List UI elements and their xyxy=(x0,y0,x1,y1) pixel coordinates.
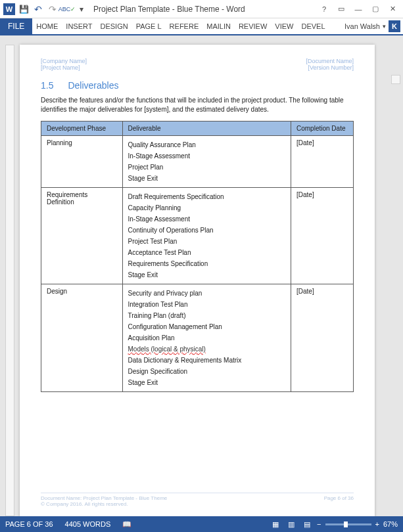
list-item: In-Stage Assessment xyxy=(128,150,286,162)
col-phase: Development Phase xyxy=(41,122,123,136)
zoom-level[interactable]: 67% xyxy=(383,520,398,528)
list-item: Design Specification xyxy=(128,366,286,377)
cell-phase: Planning xyxy=(41,136,123,188)
list-item: Project Plan xyxy=(128,162,286,173)
list-item: Project Test Plan xyxy=(128,236,286,247)
document-area: [Company Name] [Project Name] [Document … xyxy=(0,35,403,516)
list-item: Security and Privacy plan xyxy=(128,288,286,299)
header-project: [Project Name] xyxy=(41,64,87,71)
user-name: Ivan Walsh xyxy=(344,22,380,30)
cell-deliverables: Draft Requirements SpecificationCapacity… xyxy=(122,188,291,284)
list-item: Continuity of Operations Plan xyxy=(128,225,286,236)
ribbon-tabs: FILE HOME INSERT DESIGN PAGE L REFERE MA… xyxy=(0,18,403,35)
ribbon-display-icon[interactable]: ▭ xyxy=(333,3,349,16)
read-mode-icon[interactable]: ▦ xyxy=(270,520,281,529)
col-deliverable: Deliverable xyxy=(122,122,291,136)
section-heading: 1.5Deliverables xyxy=(41,80,354,91)
cell-date: [Date] xyxy=(291,188,354,284)
status-bar: PAGE 6 OF 36 4405 WORDS 📖 ▦ ▥ ▤ − + 67% xyxy=(0,516,403,532)
page-footer: Document Name: Project Plan Template - B… xyxy=(41,493,354,507)
list-item: Stage Exit xyxy=(128,269,286,280)
list-item: Models (logical & physical) xyxy=(128,344,286,355)
cell-phase: Design xyxy=(41,284,123,392)
list-item: Quality Assurance Plan xyxy=(128,139,286,150)
table-row: PlanningQuality Assurance PlanIn-Stage A… xyxy=(41,136,354,188)
footer-page-number: Page 6 of 36 xyxy=(324,495,354,507)
tab-developer[interactable]: DEVEL xyxy=(297,18,329,34)
list-item: Stage Exit xyxy=(128,377,286,388)
list-item: Draft Requirements Specification xyxy=(128,191,286,202)
list-item: Integration Test Plan xyxy=(128,299,286,310)
table-row: Requirements DefinitionDraft Requirement… xyxy=(41,188,354,284)
quick-access-toolbar: W 💾 ↶ ↷ ABC✓ ▾ xyxy=(3,3,88,16)
file-tab[interactable]: FILE xyxy=(0,18,32,34)
document-page[interactable]: [Company Name] [Project Name] [Document … xyxy=(20,45,375,516)
cell-deliverables: Quality Assurance PlanIn-Stage Assessmen… xyxy=(122,136,291,188)
footer-copyright: © Company 2016. All rights reserved. xyxy=(41,501,167,507)
cell-phase: Requirements Definition xyxy=(41,188,123,284)
list-item: Requirements Specification xyxy=(128,258,286,269)
header-version: [Version Number] xyxy=(306,64,354,71)
page-header: [Company Name] [Project Name] [Document … xyxy=(41,58,354,71)
web-layout-icon[interactable]: ▤ xyxy=(301,520,313,529)
spellcheck-icon[interactable]: ABC✓ xyxy=(60,3,74,16)
zoom-slider[interactable] xyxy=(325,523,371,525)
vertical-ruler[interactable] xyxy=(5,45,14,516)
save-icon[interactable]: 💾 xyxy=(17,3,30,16)
section-body: Describe the features and/or the functio… xyxy=(41,96,354,114)
redo-icon[interactable]: ↷ xyxy=(46,3,59,16)
tab-mailings[interactable]: MAILIN xyxy=(202,18,235,34)
user-badge: K xyxy=(389,20,400,32)
maximize-icon[interactable]: ▢ xyxy=(367,3,383,16)
tab-insert[interactable]: INSERT xyxy=(62,18,96,34)
status-word-count[interactable]: 4405 WORDS xyxy=(65,520,111,528)
tab-review[interactable]: REVIEW xyxy=(235,18,271,34)
cell-date: [Date] xyxy=(291,284,354,392)
ruler-corner xyxy=(391,75,400,84)
document-title: Project Plan Template - Blue Theme - Wor… xyxy=(88,5,316,14)
word-app-icon[interactable]: W xyxy=(3,3,16,16)
title-bar: W 💾 ↶ ↷ ABC✓ ▾ Project Plan Template - B… xyxy=(0,0,403,18)
status-page[interactable]: PAGE 6 OF 36 xyxy=(5,520,53,528)
help-icon[interactable]: ? xyxy=(316,3,332,16)
proofing-icon[interactable]: 📖 xyxy=(122,520,131,529)
list-item: In-Stage Assessment xyxy=(128,213,286,225)
tab-references[interactable]: REFERE xyxy=(166,18,203,34)
close-icon[interactable]: ✕ xyxy=(385,3,400,16)
header-company: [Company Name] xyxy=(41,58,87,64)
list-item: Stage Exit xyxy=(128,173,286,184)
undo-icon[interactable]: ↶ xyxy=(32,3,45,16)
tab-home[interactable]: HOME xyxy=(32,18,62,34)
section-number: 1.5 xyxy=(41,80,53,91)
cell-date: [Date] xyxy=(291,136,354,188)
print-layout-icon[interactable]: ▥ xyxy=(285,520,297,529)
col-date: Completion Date xyxy=(291,122,354,136)
user-account[interactable]: Ivan Walsh ▾ K xyxy=(344,20,403,32)
section-title-text: Deliverables xyxy=(68,80,118,91)
list-item: Acquisition Plan xyxy=(128,332,286,344)
minimize-icon[interactable]: — xyxy=(350,3,366,16)
list-item: Capacity Planning xyxy=(128,202,286,213)
tab-page-layout[interactable]: PAGE L xyxy=(132,18,166,34)
table-header-row: Development Phase Deliverable Completion… xyxy=(41,122,354,136)
tab-view[interactable]: VIEW xyxy=(271,18,297,34)
list-item: Acceptance Test Plan xyxy=(128,247,286,258)
zoom-in-icon[interactable]: + xyxy=(375,520,379,528)
cell-deliverables: Security and Privacy planIntegration Tes… xyxy=(122,284,291,392)
footer-docname: Document Name: Project Plan Template - B… xyxy=(41,495,167,501)
table-row: DesignSecurity and Privacy planIntegrati… xyxy=(41,284,354,392)
qat-customize-icon[interactable]: ▾ xyxy=(75,3,88,16)
list-item: Data Dictionary & Requirements Matrix xyxy=(128,355,286,366)
list-item: Training Plan (draft) xyxy=(128,310,286,321)
tab-design[interactable]: DESIGN xyxy=(96,18,131,34)
zoom-out-icon[interactable]: − xyxy=(317,520,321,528)
deliverables-table: Development Phase Deliverable Completion… xyxy=(41,121,354,392)
window-controls: ? ▭ — ▢ ✕ xyxy=(316,3,400,16)
list-item: Configuration Management Plan xyxy=(128,321,286,332)
header-docname: [Document Name] xyxy=(306,58,354,64)
